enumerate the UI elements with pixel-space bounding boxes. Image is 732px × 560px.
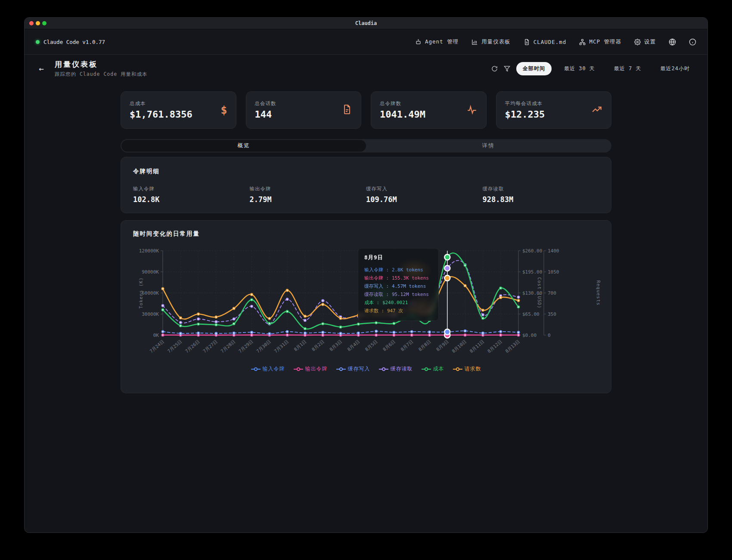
- dollar-icon: $: [220, 104, 227, 116]
- chart-title: 随时间变化的日常用量: [130, 230, 602, 238]
- stat-card-total-tokens: 总令牌数 1041.49M: [371, 91, 487, 129]
- app-version-label: Claude Code v1.0.77: [43, 39, 105, 45]
- tooltip-row-requests: 请求数 : 947 次: [364, 307, 432, 315]
- filter-last-24-hours[interactable]: 最近24小时: [654, 62, 696, 75]
- nav-settings[interactable]: 设置: [634, 38, 656, 46]
- svg-text:8月5日: 8月5日: [364, 339, 378, 352]
- tab-details[interactable]: 详情: [366, 140, 611, 152]
- svg-text:8月10日: 8月10日: [451, 339, 467, 354]
- svg-text:8月11日: 8月11日: [468, 339, 485, 354]
- legend-cost[interactable]: 成本: [422, 365, 444, 373]
- nav-agent-manager[interactable]: Agent 管理: [415, 38, 459, 46]
- filter-all-time[interactable]: 全部时间: [516, 62, 552, 75]
- tab-overview[interactable]: 概览: [121, 140, 366, 152]
- stat-label: 总会话数: [255, 100, 276, 107]
- svg-text:8月1日: 8月1日: [293, 339, 307, 352]
- page-header: ← 用量仪表板 跟踪您的 Claude Code 用量和成本 全部时间 最近 3…: [25, 55, 707, 82]
- nav-claude-md[interactable]: CLAUDE.md: [524, 39, 567, 45]
- svg-text:Tokens (K): Tokens (K): [138, 277, 143, 308]
- svg-text:0: 0: [548, 333, 551, 338]
- svg-text:$260.00: $260.00: [522, 248, 542, 254]
- stat-value: 1041.49M: [380, 109, 425, 120]
- legend-line-icon: [379, 367, 388, 371]
- token-breakdown-card: 令牌明细 输入令牌 102.8K 输出令牌 2.79M 缓存写入 109.76M…: [121, 157, 611, 213]
- svg-text:8月3日: 8月3日: [329, 339, 343, 352]
- token-stat-value: 109.76M: [366, 195, 483, 204]
- legend-cache-write[interactable]: 缓存写入: [336, 365, 370, 373]
- filter-last-30-days[interactable]: 最近 30 天: [558, 62, 602, 75]
- token-breakdown-title: 令牌明细: [133, 168, 599, 175]
- legend-line-icon: [422, 367, 431, 371]
- svg-text:1050: 1050: [548, 269, 559, 275]
- svg-text:90000K: 90000K: [142, 269, 159, 275]
- svg-text:7月27日: 7月27日: [202, 339, 218, 354]
- legend-cache-read[interactable]: 缓存读取: [379, 365, 413, 373]
- app-window: Claudia Claude Code v1.0.77 Agent 管理 用量仪…: [24, 17, 708, 533]
- daily-usage-chart-card: 随时间变化的日常用量 0K$0.00030000K$65.0035060000K…: [121, 220, 611, 393]
- svg-text:0K: 0K: [153, 333, 159, 338]
- svg-text:30000K: 30000K: [142, 311, 159, 317]
- tooltip-date: 8月9日: [364, 254, 432, 261]
- svg-text:7月25日: 7月25日: [166, 339, 183, 354]
- file-text-icon: [524, 39, 530, 45]
- globe-icon[interactable]: [669, 38, 676, 46]
- token-stat-label: 缓存写入: [366, 186, 483, 192]
- nav-usage-dashboard[interactable]: 用量仪表板: [471, 38, 511, 46]
- svg-text:7月28日: 7月28日: [220, 339, 236, 354]
- back-button[interactable]: ←: [36, 64, 47, 73]
- legend-line-icon: [336, 367, 346, 371]
- svg-text:Cost (USD): Cost (USD): [537, 277, 542, 308]
- svg-text:7月29日: 7月29日: [237, 339, 254, 354]
- refresh-icon[interactable]: [491, 65, 498, 72]
- svg-text:350: 350: [548, 311, 556, 317]
- token-stat-output: 输出令牌 2.79M: [250, 186, 366, 204]
- tooltip-row-cost: 成本 : $240.0021: [364, 299, 432, 307]
- app-nav: Agent 管理 用量仪表板 CLAUDE.md MCP 管理器 设置: [415, 38, 696, 46]
- titlebar: Claudia: [25, 18, 707, 29]
- svg-text:120000K: 120000K: [139, 248, 159, 254]
- svg-text:8月8日: 8月8日: [417, 339, 431, 352]
- bot-icon: [415, 39, 422, 45]
- stat-value: 144: [255, 109, 276, 120]
- token-stat-label: 缓存读取: [483, 186, 599, 192]
- svg-text:7月31日: 7月31日: [273, 339, 289, 354]
- legend-output-tokens[interactable]: 输出令牌: [294, 365, 328, 373]
- svg-text:$65.00: $65.00: [522, 311, 540, 317]
- app-status: Claude Code v1.0.77: [36, 39, 105, 45]
- legend-line-icon: [453, 367, 462, 371]
- tooltip-row-cache-read: 缓存读取 : 95.12M tokens: [364, 290, 432, 299]
- network-icon: [579, 39, 586, 45]
- filter-icon[interactable]: [504, 65, 510, 72]
- tooltip-row-cache-write: 缓存写入 : 4.57M tokens: [364, 282, 432, 290]
- nav-label: MCP 管理器: [589, 38, 621, 46]
- svg-text:8月2日: 8月2日: [310, 339, 325, 352]
- legend-input-tokens[interactable]: 输入令牌: [251, 365, 285, 373]
- filter-last-7-days[interactable]: 最近 7 天: [608, 62, 648, 75]
- stat-label: 总成本: [130, 100, 192, 107]
- tooltip-row-input: 输入令牌 : 2.8K tokens: [364, 266, 432, 274]
- svg-text:8月13日: 8月13日: [504, 339, 521, 354]
- token-stat-value: 2.79M: [250, 195, 366, 204]
- legend-requests[interactable]: 请求数: [453, 365, 481, 373]
- svg-text:8月12日: 8月12日: [487, 339, 503, 354]
- token-stat-value: 928.83M: [483, 195, 599, 204]
- nav-mcp-manager[interactable]: MCP 管理器: [579, 38, 621, 46]
- stat-label: 平均每会话成本: [505, 100, 545, 107]
- tooltip-row-output: 输出令牌 : 155.3K tokens: [364, 274, 432, 282]
- token-stat-label: 输出令牌: [250, 186, 366, 192]
- nav-label: 设置: [644, 38, 656, 46]
- legend-line-icon: [294, 367, 303, 371]
- stat-value: $1,761.8356: [130, 109, 192, 120]
- svg-text:7月30日: 7月30日: [255, 339, 272, 354]
- document-icon: [342, 104, 352, 116]
- svg-text:$195.00: $195.00: [522, 269, 542, 275]
- activity-icon: [466, 104, 478, 117]
- svg-text:Requests: Requests: [596, 280, 601, 306]
- stat-card-total-sessions: 总会话数 144: [246, 91, 362, 129]
- info-icon[interactable]: [689, 38, 696, 46]
- page-title: 用量仪表板: [55, 59, 148, 69]
- svg-text:1400: 1400: [548, 248, 559, 254]
- legend-line-icon: [251, 367, 261, 371]
- svg-text:$0.00: $0.00: [522, 333, 537, 338]
- stat-card-total-cost: 总成本 $1,761.8356 $: [121, 91, 236, 129]
